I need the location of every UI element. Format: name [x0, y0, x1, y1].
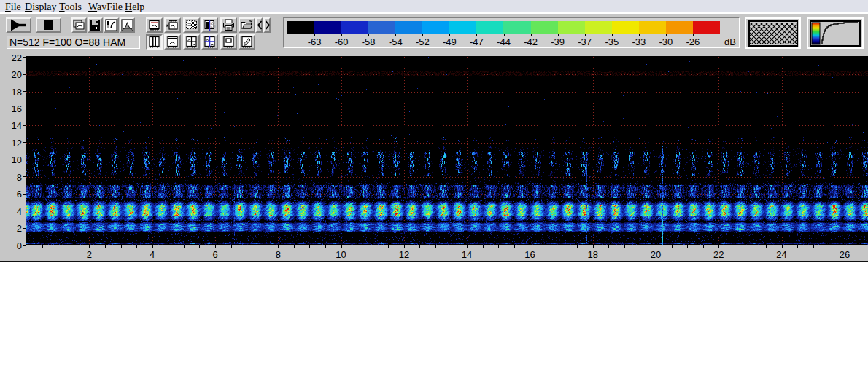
svg-text:S: S [210, 20, 216, 31]
